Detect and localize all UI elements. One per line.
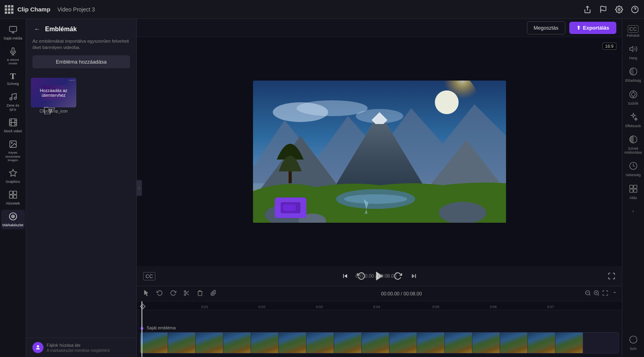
skip-back-button[interactable] [341, 272, 349, 280]
media-icon [9, 25, 17, 35]
captions-control-button[interactable]: CC [143, 272, 155, 280]
right-item-color[interactable]: Előadóság [623, 64, 644, 86]
preview-actions-bar: Megosztás ⬆ Exportálás [137, 19, 622, 37]
sidebar-item-text[interactable]: T Szöveg [1, 70, 25, 88]
track-header: ◈ Saját embléma [140, 323, 619, 332]
speed-right-icon [629, 162, 638, 172]
sidebar-label-text: Szöveg [7, 82, 19, 86]
svg-point-9 [11, 143, 12, 144]
panel-collapse-button[interactable]: ‹ [136, 180, 142, 196]
right-item-color2[interactable]: Szín [623, 332, 644, 354]
pointer-tool[interactable] [142, 288, 151, 299]
timeline-time-display: 00:00.00 / 00:08.00 [381, 291, 422, 297]
timeline-toolbar: 00:00.00 / 00:08.00 ⌃ [137, 286, 622, 301]
captions-right-label: Feliratok [627, 34, 640, 38]
sidebar-label-stock-video: Stock videó [4, 129, 22, 133]
color-right-icon [629, 67, 638, 78]
color-right-label: Előadóság [625, 79, 641, 83]
ruler-mark-7: 0:07 [547, 305, 554, 309]
sidebar-item-media[interactable]: Saját média [1, 23, 25, 43]
save-status-text: A márkakészlet mentése megtörtént [47, 348, 110, 353]
logos-panel: ← Emblémák Az emblémákat importálva egys… [26, 19, 137, 357]
sidebar-item-music[interactable]: Zene és SFX [1, 90, 25, 115]
logo-name: Clipchamp_icon [31, 109, 76, 113]
thumb-13 [472, 333, 500, 353]
thumb-15 [528, 333, 555, 353]
filter-right-icon [629, 90, 638, 101]
share-icon[interactable] [583, 5, 592, 14]
skip-forward-button[interactable] [410, 272, 418, 280]
thumb-1 [140, 333, 168, 353]
track-strip[interactable] [140, 332, 619, 353]
redo-button[interactable] [168, 288, 178, 299]
aspect-ratio-badge[interactable]: 16:9 [602, 43, 616, 50]
panel-bottom-text: Fájlok húzása ide A márkakészlet mentése… [47, 343, 110, 353]
audio-right-label: Hang [629, 56, 637, 60]
brand-icon [9, 212, 17, 222]
cut-tool[interactable] [182, 288, 191, 299]
topbar-left: Clip Champ Video Project 3 [5, 5, 95, 14]
svg-point-16 [13, 216, 13, 217]
timeline-expand-button[interactable]: ⌃ [612, 291, 617, 297]
right-panel-collapse-button[interactable]: ‹ [630, 205, 636, 216]
color-adj-right-icon [629, 135, 638, 146]
sidebar-item-graphics[interactable]: Graphics [1, 166, 25, 186]
graphics-icon [9, 169, 17, 178]
back-button[interactable]: ← [32, 24, 42, 34]
timeline-content: 0 0:01 0:02 0:03 0:04 0:05 0:06 0:07 [137, 301, 622, 357]
logo-item[interactable]: Hozzáadás az ütemtervhez Clipchamp_icon … [31, 78, 76, 113]
fullscreen-button[interactable] [608, 272, 616, 280]
sidebar-item-amp-record[interactable]: & rekordcreate [1, 45, 25, 68]
svg-point-30 [344, 194, 407, 204]
thumb-7 [306, 333, 334, 353]
thumb-8 [334, 333, 362, 353]
svg-line-43 [185, 292, 187, 293]
right-item-audio[interactable]: Hang [623, 41, 644, 63]
settings-icon[interactable] [615, 5, 623, 14]
apps-grid-icon[interactable] [5, 5, 13, 14]
zoom-out-button[interactable] [585, 290, 591, 298]
zoom-controls [585, 290, 608, 298]
ruler-mark-4: 0:04 [373, 305, 380, 309]
transitions-icon [9, 190, 17, 200]
ruler-mark-5: 0:05 [432, 305, 440, 309]
attach-tool[interactable] [209, 288, 218, 299]
svg-line-42 [187, 293, 189, 295]
sidebar-item-brand[interactable]: Márkakészlet [1, 210, 25, 230]
color-adj-right-label: Színek módosítása [625, 147, 642, 154]
undo-button[interactable] [155, 288, 164, 299]
sidebar-item-stock-video[interactable]: Stock videó [1, 116, 25, 136]
svg-rect-37 [283, 205, 296, 211]
svg-rect-11 [13, 191, 16, 194]
file-drop-label[interactable]: Fájlok húzása ide [47, 343, 110, 348]
sidebar-label-music: Zene és SFX [3, 103, 23, 112]
svg-marker-51 [629, 47, 633, 52]
right-item-transition[interactable]: Átlás [623, 181, 644, 203]
right-item-effects[interactable]: Effektusok [623, 109, 644, 131]
help-icon[interactable] [631, 5, 639, 14]
share-button[interactable]: Megosztás [527, 21, 565, 34]
project-name: Video Project 3 [57, 6, 95, 13]
flag-icon[interactable] [599, 5, 608, 14]
filter-right-label: Szűrők [628, 101, 638, 105]
fit-button[interactable] [602, 290, 608, 298]
zoom-in-button[interactable] [593, 290, 600, 298]
sidebar-item-transitions[interactable]: Átúnetek [1, 188, 25, 208]
right-item-captions[interactable]: CC Feliratok [623, 22, 644, 41]
panel-bottom: Fájlok húzása ide A márkakészlet mentése… [26, 338, 136, 357]
right-item-color-adj[interactable]: Színek módosítása [623, 132, 644, 158]
delete-tool[interactable] [195, 288, 205, 299]
sidebar-item-stock-images[interactable]: Képek stockoláséimages [1, 137, 25, 165]
color2-right-icon [629, 335, 638, 346]
empty-track-row [140, 312, 619, 323]
add-logo-button[interactable]: Embléma hozzáadása [32, 55, 130, 68]
panel-header: ← Emblémák [26, 19, 136, 38]
topbar-right [583, 5, 639, 14]
right-item-filter[interactable]: Szűrők [623, 87, 644, 109]
export-button[interactable]: ⬆ Exportálás [569, 22, 616, 34]
svg-point-6 [14, 97, 16, 100]
svg-rect-62 [633, 189, 636, 192]
thumb-2 [168, 333, 196, 353]
svg-rect-12 [9, 195, 12, 198]
right-item-speed[interactable]: Sebesség [623, 158, 644, 180]
